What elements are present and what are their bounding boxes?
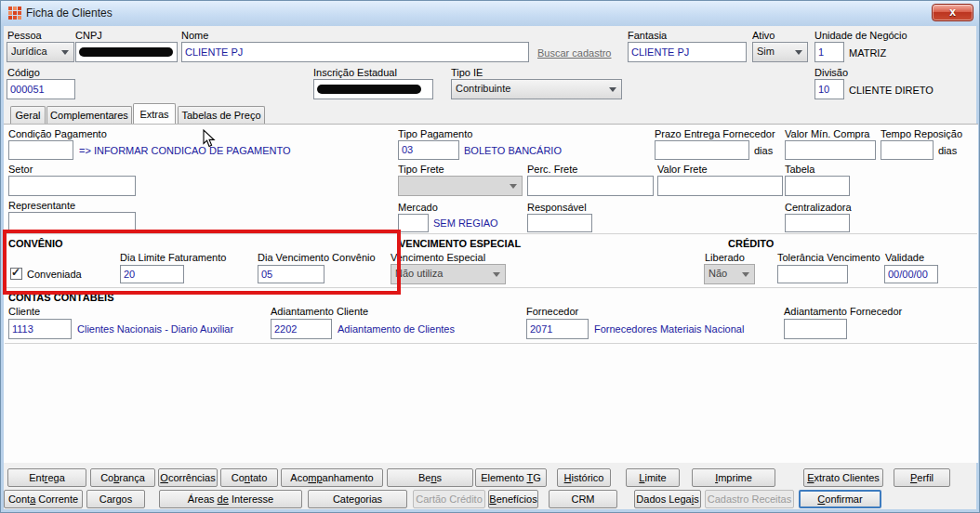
valor-min-compra-input[interactable] [785,140,876,160]
conveniada-label: Conveniada [27,269,82,280]
fantasia-label: Fantasia [628,30,667,41]
tempo-reposicao-suffix: dias [938,145,957,156]
perc-frete-input[interactable] [527,176,654,196]
representante-input[interactable] [8,212,136,232]
chevron-down-icon [742,272,749,277]
cnpj-label: CNPJ [75,30,102,41]
valor-frete-input[interactable] [657,176,783,196]
button-historico[interactable]: Histórico [557,468,611,487]
tab-geral[interactable]: Geral [10,106,46,124]
prazo-entrega-input[interactable] [655,140,749,160]
tab-complementares[interactable]: Complementares [46,106,132,124]
button-elemento-tg[interactable]: Elemento TG [475,468,547,487]
credito-section-title: CRÉDITO [728,238,774,249]
fornecedor-input[interactable]: 2071 [526,319,589,339]
divisao-input[interactable]: 10 [814,79,844,99]
fornecedor-desc: Fornecedores Materiais Nacional [594,323,744,335]
tolerancia-input[interactable] [777,265,848,283]
dia-limite-input[interactable]: 20 [120,265,184,283]
cnpj-input[interactable] [75,42,178,62]
button-bens[interactable]: Bens [387,468,473,487]
button-beneficios[interactable]: Benefícios [488,490,538,508]
cliente-input[interactable]: 1113 [8,319,72,339]
titlebar[interactable]: Ficha de Clientes x [1,1,979,26]
dia-limite-label: Dia Limite Faturamento [120,252,226,263]
responsavel-label: Responsável [527,202,587,213]
tipo-frete-select[interactable] [398,176,523,196]
button-extrato-clientes[interactable]: Extrato Clientes [803,468,883,487]
tipo-ie-label: Tipo IE [451,67,483,78]
extras-tab-panel [4,124,978,463]
tab-extras[interactable]: Extras [133,103,176,124]
validade-label: Validade [885,252,924,263]
button-conta-corrente[interactable]: Conta Corrente [4,490,83,508]
liberado-select[interactable]: Não [704,264,755,284]
adiantamento-fornecedor-input[interactable] [784,319,847,339]
tipo-pagamento-label: Tipo Pagamento [398,128,472,139]
condicao-pagamento-input[interactable] [8,140,73,160]
setor-label: Setor [8,164,33,175]
separator [5,287,977,289]
vencimento-especial-select[interactable]: Não utiliza [391,264,506,284]
adiantamento-cliente-input[interactable]: 2202 [271,319,332,339]
setor-input[interactable] [8,176,136,196]
button-entrega[interactable]: Entrega [7,468,86,487]
dia-vencimento-input[interactable]: 05 [258,265,324,283]
tipo-frete-label: Tipo Frete [398,164,444,175]
close-button[interactable]: x [932,4,973,21]
button-perfil[interactable]: Perfil [894,468,950,487]
mercado-input[interactable] [398,214,429,232]
button-cadastro-receitas: Cadastro Receitas [705,490,794,508]
buscar-cadastro-link[interactable]: Buscar cadastro [537,47,611,59]
cliente-desc: Clientes Nacionais - Diario Auxiliar [77,323,233,335]
inscricao-estadual-label: Inscrição Estadual [313,67,397,78]
conveniada-checkbox[interactable]: ✓ [10,268,22,280]
tipo-pagamento-input[interactable]: 03 [398,140,459,160]
button-cobranca[interactable]: Cobrança [90,468,155,487]
prazo-entrega-label: Prazo Entrega Fornecedor [655,128,775,139]
adiantamento-cliente-desc: Adiantamento de Clientes [338,323,455,335]
button-areas-de-interesse[interactable]: Áreas de Interesse [159,490,302,508]
fantasia-input[interactable]: CLIENTE PJ [628,42,747,62]
unidade-negocio-input[interactable]: 1 [814,42,844,62]
nome-input[interactable]: CLIENTE PJ [181,42,529,62]
button-acompanhamento[interactable]: Acompanhamento [281,468,383,487]
button-confirmar[interactable]: Confirmar [799,490,881,508]
condicao-pagamento-label: Condição Pagamento [8,128,107,139]
centralizadora-input[interactable] [785,214,850,232]
button-dados-legais[interactable]: Dados Legais [634,490,701,508]
validade-input[interactable]: 00/00/00 [884,265,938,283]
codigo-input[interactable]: 000051 [7,79,75,99]
responsavel-input[interactable] [527,214,592,232]
check-icon: ✓ [11,266,20,279]
window-title: Ficha de Clientes [26,7,113,20]
button-limite[interactable]: Limite [626,468,680,487]
button-cargos[interactable]: Cargos [86,490,145,508]
separator [5,233,977,235]
chevron-down-icon [510,184,517,189]
vencimento-especial-label: Vencimento Especial [391,252,485,263]
close-icon: x [949,6,956,19]
tempo-reposicao-input[interactable] [881,140,934,160]
adiantamento-fornecedor-label: Adiantamento Fornecedor [784,306,902,317]
button-ocorrencias[interactable]: Ocorrências [158,468,218,487]
button-categorias[interactable]: Categorias [308,490,407,508]
button-contato[interactable]: Contato [220,468,278,487]
tabela-input[interactable] [785,176,850,196]
redacted-inscricao-value [317,85,421,94]
liberado-label: Liberado [705,252,745,263]
tab-tabelas-de-preco[interactable]: Tabelas de Preço [178,106,265,124]
condicao-pagamento-hint: => INFORMAR CONDICAO DE PAGAMENTO [79,145,291,156]
mercado-desc: SEM REGIAO [433,217,498,229]
ativo-select[interactable]: Sim [752,42,808,62]
chevron-down-icon [493,272,500,277]
tempo-reposicao-label: Tempo Reposição [881,128,962,139]
button-imprime[interactable]: Imprime [692,468,775,487]
valor-frete-label: Valor Frete [657,164,708,175]
divisao-desc: CLIENTE DIRETO [849,85,934,96]
tipo-ie-select[interactable]: Contribuinte [451,79,622,99]
button-crm[interactable]: CRM [549,490,617,508]
separator [5,343,977,345]
inscricao-estadual-input[interactable] [313,79,433,99]
pessoa-select[interactable]: Jurídica [7,42,74,62]
